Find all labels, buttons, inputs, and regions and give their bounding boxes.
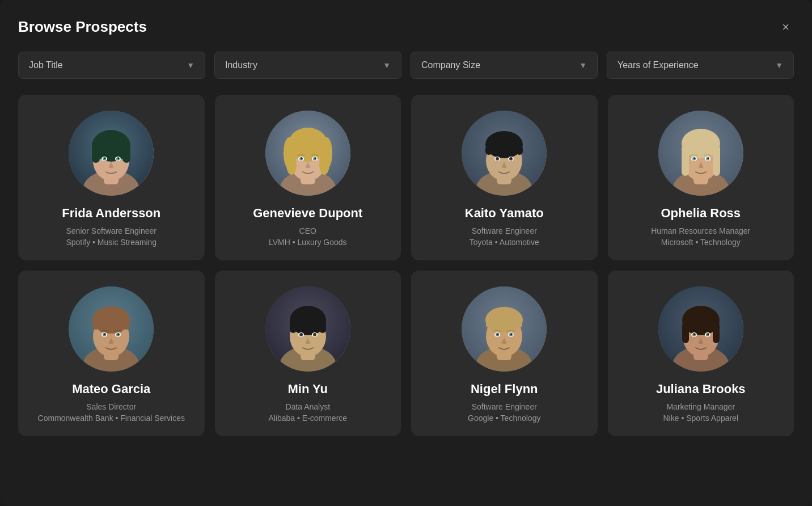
- person-company: LVMH • Luxury Goods: [269, 238, 347, 247]
- svg-point-45: [497, 158, 499, 159]
- person-company: Alibaba • E-commerce: [268, 414, 347, 423]
- person-name: Frida Andersson: [62, 206, 160, 221]
- filter-job-title[interactable]: Job Title▼: [18, 52, 205, 79]
- svg-point-24: [286, 154, 297, 175]
- svg-rect-114: [682, 322, 689, 343]
- filter-years-of-experience[interactable]: Years of Experience▼: [607, 52, 794, 79]
- svg-rect-69: [92, 322, 99, 330]
- avatar-mateo-garcia: [69, 286, 154, 372]
- person-company: Nike • Sports Apparel: [663, 414, 738, 423]
- person-title: Software Engineer: [472, 402, 537, 411]
- filter-label: Industry: [225, 60, 257, 70]
- prospect-card-ophelia-ross[interactable]: Ophelia RossHuman Resources ManagerMicro…: [608, 95, 794, 260]
- prospect-card-min-yu[interactable]: Min YuData AnalystAlibaba • E-commerce: [215, 271, 401, 436]
- person-title: Data Analyst: [285, 402, 330, 411]
- close-button[interactable]: ×: [777, 19, 794, 36]
- svg-point-121: [707, 334, 709, 335]
- avatar-ophelia-ross: [658, 111, 743, 196]
- svg-rect-39: [485, 146, 492, 155]
- svg-rect-55: [713, 145, 720, 176]
- svg-point-30: [301, 158, 302, 159]
- person-name: Mateo Garcia: [72, 382, 150, 397]
- person-title: Software Engineer: [472, 226, 537, 235]
- modal-title: Browse Prospects: [18, 18, 147, 36]
- prospect-card-kaito-yamato[interactable]: Kaito YamatoSoftware EngineerToyota • Au…: [411, 95, 598, 260]
- person-title: Sales Director: [86, 402, 136, 411]
- avatar-juliana-brooks: [658, 286, 743, 372]
- svg-point-38: [485, 131, 523, 158]
- person-company: Google • Technology: [468, 414, 540, 423]
- svg-rect-7: [92, 146, 100, 163]
- svg-point-91: [314, 334, 316, 335]
- svg-rect-8: [122, 146, 130, 163]
- svg-point-106: [511, 334, 513, 335]
- svg-point-13: [104, 158, 106, 159]
- chevron-down-icon: ▼: [383, 61, 391, 70]
- prospect-card-juliana-brooks[interactable]: Juliana BrooksMarketing ManagerNike • Sp…: [608, 271, 794, 436]
- svg-point-76: [118, 334, 120, 335]
- person-company: Toyota • Automotive: [470, 238, 539, 247]
- avatar-min-yu: [265, 286, 350, 372]
- chevron-down-icon: ▼: [775, 61, 783, 70]
- filter-label: Company Size: [421, 60, 480, 70]
- svg-point-25: [319, 154, 329, 175]
- avatar-frida-andersson: [69, 111, 154, 196]
- prospect-card-frida-andersson[interactable]: Frida AnderssonSenior Software EngineerS…: [18, 95, 205, 260]
- prospect-card-nigel-flynn[interactable]: Nigel FlynnSoftware EngineerGoogle • Tec…: [411, 271, 598, 436]
- filter-label: Job Title: [29, 60, 63, 70]
- modal-header: Browse Prospects ×: [18, 18, 794, 36]
- svg-rect-70: [124, 322, 130, 330]
- svg-point-90: [301, 334, 302, 335]
- svg-rect-99: [486, 321, 492, 328]
- person-name: Ophelia Ross: [661, 206, 741, 221]
- filter-company-size[interactable]: Company Size▼: [411, 52, 598, 79]
- svg-rect-54: [682, 145, 689, 176]
- person-name: Juliana Brooks: [656, 382, 746, 397]
- svg-point-61: [707, 158, 709, 159]
- filter-label: Years of Experience: [618, 60, 699, 70]
- person-name: Genevieve Dupont: [253, 206, 362, 221]
- svg-point-75: [104, 334, 106, 335]
- svg-point-68: [92, 306, 130, 334]
- browse-prospects-modal: Browse Prospects × Job Title▼Industry▼Co…: [0, 0, 812, 506]
- svg-point-120: [693, 334, 695, 335]
- avatar-genevieve-dupont: [265, 111, 350, 196]
- svg-point-46: [511, 158, 513, 159]
- prospect-card-genevieve-dupont[interactable]: Genevieve DupontCEOLVMH • Luxury Goods: [215, 95, 401, 260]
- svg-rect-85: [319, 321, 326, 333]
- svg-point-14: [118, 158, 120, 159]
- person-title: CEO: [299, 226, 316, 235]
- svg-point-31: [314, 158, 316, 159]
- person-name: Nigel Flynn: [471, 382, 538, 397]
- person-company: Microsoft • Technology: [661, 238, 741, 247]
- filters-bar: Job Title▼Industry▼Company Size▼Years of…: [18, 52, 794, 79]
- person-name: Kaito Yamato: [465, 206, 544, 221]
- prospects-grid: Frida AnderssonSenior Software EngineerS…: [18, 95, 794, 436]
- avatar-nigel-flynn: [462, 286, 547, 372]
- svg-rect-100: [516, 321, 522, 328]
- person-company: Commonwealth Bank • Financial Services: [38, 414, 185, 423]
- svg-point-98: [485, 307, 523, 333]
- person-title: Senior Software Engineer: [66, 226, 157, 235]
- person-company: Spotify • Music Streaming: [66, 238, 157, 247]
- svg-point-105: [497, 334, 499, 335]
- person-title: Human Resources Manager: [651, 226, 750, 235]
- svg-rect-115: [713, 322, 720, 343]
- svg-rect-84: [290, 321, 297, 333]
- person-name: Min Yu: [288, 382, 328, 397]
- chevron-down-icon: ▼: [579, 61, 587, 70]
- svg-rect-40: [516, 146, 523, 155]
- avatar-kaito-yamato: [462, 111, 547, 196]
- chevron-down-icon: ▼: [187, 61, 194, 70]
- filter-industry[interactable]: Industry▼: [214, 52, 401, 79]
- person-title: Marketing Manager: [666, 402, 735, 411]
- prospect-card-mateo-garcia[interactable]: Mateo GarciaSales DirectorCommonwealth B…: [18, 271, 205, 436]
- svg-point-60: [693, 158, 695, 159]
